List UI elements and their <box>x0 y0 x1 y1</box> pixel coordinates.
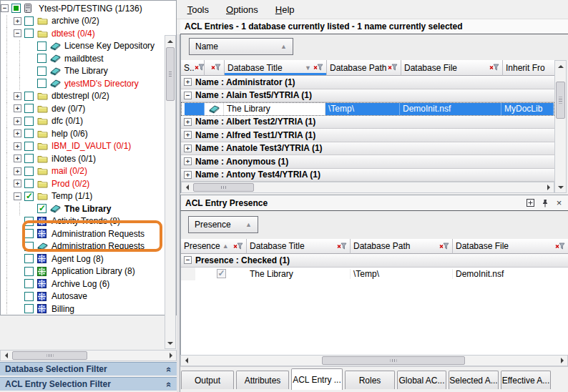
database-selection-filter-bar[interactable]: Database Selection Filter « <box>0 362 177 376</box>
tree-item[interactable]: Activity Trends (8) <box>1 215 176 228</box>
scroll-right-icon[interactable] <box>165 351 176 361</box>
tree-expander-icon[interactable]: − <box>1 4 9 12</box>
scroll-up-icon[interactable] <box>165 36 175 46</box>
column-header-database-path[interactable]: Database Path <box>351 239 453 254</box>
acl-entry-row-selected[interactable]: The Library\Temp\DemoInit.nsfMyDocLib <box>181 102 554 116</box>
tree-item[interactable]: Archive Log (6) <box>1 278 176 290</box>
tree-item[interactable]: −dbtest (0/4) <box>1 27 176 40</box>
filter-icon[interactable] <box>489 64 499 72</box>
tree-item[interactable]: Administration Requests <box>1 227 176 240</box>
tree-item[interactable]: +archive (0/2) <box>1 15 176 28</box>
group-expander-icon[interactable]: + <box>184 131 192 139</box>
column-header-database-title[interactable]: Database Title <box>247 239 351 254</box>
tree-checkbox[interactable] <box>37 54 46 63</box>
tree-checkbox[interactable] <box>24 254 34 263</box>
filter-icon[interactable] <box>337 242 347 250</box>
tree-item-label[interactable]: mail (0/2) <box>52 166 87 176</box>
group-row[interactable]: +Name : Anonymous (1) <box>181 155 554 169</box>
group-by-presence-button[interactable]: Presence ▲ <box>188 216 258 233</box>
tree-item-label[interactable]: help (0/6) <box>52 129 88 139</box>
tree-item[interactable]: maildbtest <box>1 52 176 65</box>
column-header-database-path[interactable]: Database Path <box>327 60 401 76</box>
tree-item-label[interactable]: Ytest-PD/TESTING (1/136) <box>39 4 142 14</box>
tree-checkbox[interactable] <box>24 129 34 138</box>
cell-inherit-from[interactable]: MyDocLib <box>501 103 554 115</box>
tree-item-label[interactable]: iNotes (0/1) <box>52 154 96 164</box>
group-row[interactable]: +Name : Albert Test2/YTRIA (1) <box>181 116 554 129</box>
tree-expander-icon[interactable]: + <box>14 17 21 25</box>
tree-item[interactable]: +dfc (0/1) <box>1 115 176 128</box>
tree-checkbox[interactable] <box>24 229 34 238</box>
tree-checkbox[interactable] <box>24 192 34 201</box>
acl-entries-horizontal-scrollbar[interactable] <box>181 182 554 193</box>
filter-icon[interactable] <box>313 64 323 72</box>
group-row[interactable]: +Name : Alfred Test1/YTRIA (1) <box>181 129 554 142</box>
group-expander-icon[interactable]: + <box>184 157 192 165</box>
acl-presence-horizontal-scrollbar[interactable] <box>180 355 568 366</box>
group-expander-icon[interactable]: + <box>184 118 192 126</box>
tree-item-label[interactable]: Administration Requests <box>52 241 145 251</box>
tree-checkbox[interactable] <box>24 304 34 313</box>
tree-item-label[interactable]: The Library <box>64 204 111 214</box>
tree-checkbox[interactable] <box>37 204 46 213</box>
tree-expander-icon[interactable]: + <box>14 142 21 150</box>
tree-item-label[interactable]: License Key Depository <box>64 41 155 51</box>
tree-checkbox[interactable] <box>24 92 34 101</box>
tree-item-label[interactable]: The Library <box>64 66 108 76</box>
filter-icon[interactable] <box>439 242 449 250</box>
tree-item-label[interactable]: Agent Log (8) <box>52 254 104 264</box>
tab-attributes[interactable]: Attributes <box>236 371 289 389</box>
column-header-database-file[interactable]: Database File <box>401 60 503 76</box>
group-row[interactable]: +Name : Anatole Test3/YTRIA (1) <box>181 142 554 156</box>
scroll-thumb[interactable] <box>12 351 87 360</box>
tree-item-label[interactable]: dbtest (0/4) <box>52 29 95 39</box>
group-row[interactable]: −Name : Alain Test5/YTRIA (1) <box>181 89 554 103</box>
tree-checkbox[interactable] <box>24 29 34 38</box>
group-expander-icon[interactable]: + <box>184 144 192 152</box>
tree-item[interactable]: +dbtestrepl (0/2) <box>1 90 176 103</box>
presence-checkbox[interactable] <box>217 269 226 278</box>
tab-selected-a[interactable]: Selected A... <box>449 371 499 389</box>
tab-roles[interactable]: Roles <box>345 371 395 389</box>
tree-checkbox[interactable] <box>24 104 34 113</box>
column-header-inherit-fro[interactable]: Inherit Fro <box>503 60 555 76</box>
tree-checkbox[interactable] <box>24 267 34 276</box>
cell-database-title[interactable]: The Library <box>247 269 351 279</box>
tree-checkbox[interactable] <box>37 79 46 88</box>
acl-entries-vertical-scrollbar[interactable] <box>554 60 567 193</box>
tree-checkbox[interactable] <box>24 279 34 288</box>
tree-item-label[interactable]: Application Library (8) <box>52 266 135 276</box>
column-header-s-[interactable]: S.. <box>181 60 205 76</box>
tree-item[interactable]: +iNotes (0/1) <box>1 152 176 165</box>
tree-item-label[interactable]: Temp (1/1) <box>52 191 92 201</box>
column-header-icon[interactable] <box>205 60 225 76</box>
cell-database-path[interactable]: \Temp\ <box>351 269 453 279</box>
tab-acl-entry[interactable]: ACL Entry ... <box>291 368 343 390</box>
scroll-thumb[interactable] <box>193 183 254 192</box>
tree-checkbox[interactable] <box>24 217 34 226</box>
collapse-chevron-icon[interactable]: « <box>164 366 175 371</box>
tree-checkbox[interactable] <box>24 154 34 163</box>
group-expander-icon[interactable]: + <box>184 78 192 86</box>
tree-item-label[interactable]: Autosave <box>52 291 87 301</box>
tree-item[interactable]: Administration Requests <box>1 240 176 253</box>
tree-item[interactable]: Billing <box>1 303 176 315</box>
tree-expander-icon[interactable]: + <box>14 117 21 125</box>
tree-checkbox[interactable] <box>37 41 46 51</box>
menu-item-help[interactable]: Help <box>267 1 303 19</box>
filter-icon[interactable] <box>233 242 243 250</box>
tree-checkbox[interactable] <box>24 142 34 151</box>
collapse-chevron-icon[interactable]: « <box>164 381 175 386</box>
cell-database-title[interactable]: The Library <box>224 103 325 115</box>
tab-effective-a[interactable]: Effective A... <box>501 371 551 389</box>
tree-item[interactable]: +Prod (0/2) <box>1 177 176 190</box>
group-expander-icon[interactable]: − <box>184 92 192 99</box>
close-panel-icon[interactable]: × <box>554 198 564 207</box>
tree-item[interactable]: +mail (0/2) <box>1 165 176 178</box>
tree-item[interactable]: +dev (0/7) <box>1 102 176 115</box>
pin-icon[interactable] <box>540 198 549 207</box>
tree-expander-icon[interactable]: + <box>14 104 21 112</box>
tree-expander-icon[interactable]: + <box>14 92 21 100</box>
scroll-right-icon[interactable] <box>543 182 554 192</box>
tree-expander-icon[interactable]: − <box>14 192 21 200</box>
